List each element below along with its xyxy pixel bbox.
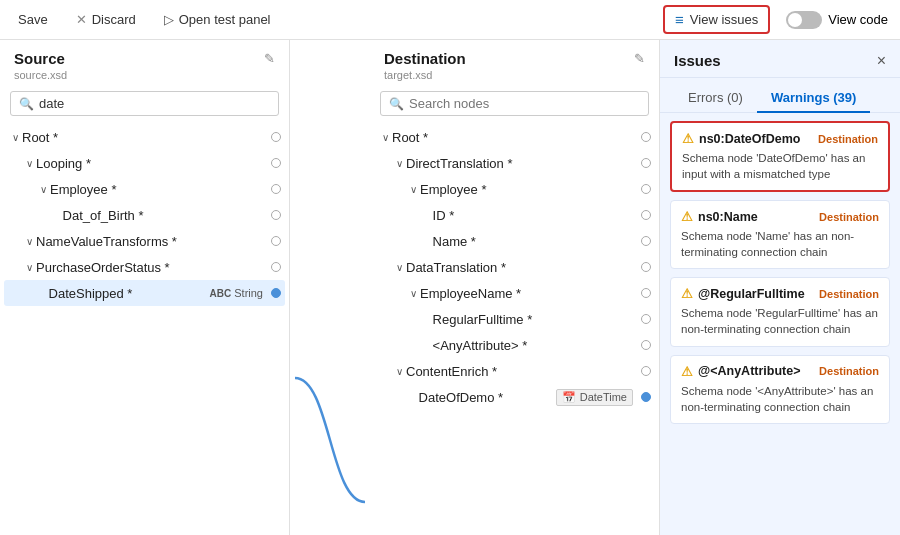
source-header: Source ✎: [0, 40, 289, 69]
chevron-icon: [424, 236, 430, 247]
connection-dot[interactable]: [271, 236, 281, 246]
connection-dot[interactable]: [641, 132, 651, 142]
connection-dot[interactable]: [641, 210, 651, 220]
destination-badge: Destination: [819, 365, 879, 377]
source-tree: ∨ Root * ∨ Looping * ∨ Employee *: [0, 124, 289, 535]
source-tree-item-purchaseorder[interactable]: ∨ PurchaseOrderStatus *: [4, 254, 285, 280]
connection-dot[interactable]: [641, 158, 651, 168]
dest-tree-item-employee[interactable]: ∨ Employee *: [374, 176, 655, 202]
dest-search-icon: 🔍: [389, 97, 404, 111]
item-label: ID *: [433, 208, 641, 223]
item-label: Dat_of_Birth *: [63, 208, 271, 223]
source-tree-item-namevalue[interactable]: ∨ NameValueTransforms *: [4, 228, 285, 254]
dest-title: Destination: [384, 50, 466, 67]
connection-dot[interactable]: [271, 158, 281, 168]
source-edit-icon[interactable]: ✎: [264, 51, 275, 66]
connection-dot[interactable]: [641, 262, 651, 272]
source-tree-item-dat-of-birth[interactable]: Dat_of_Birth *: [4, 202, 285, 228]
connection-dot[interactable]: [641, 366, 651, 376]
dest-tree-item-regularfulltime[interactable]: RegularFulltime *: [374, 306, 655, 332]
issues-panel: Issues × Errors (0) Warnings (39) ⚠ ns0:…: [660, 40, 900, 535]
item-label: DateOfDemo *: [419, 390, 556, 405]
chevron-icon: [424, 210, 430, 221]
connection-dot[interactable]: [271, 132, 281, 142]
chevron-icon: ∨: [26, 158, 33, 169]
discard-button[interactable]: ✕ Discard: [70, 8, 142, 31]
source-tree-item-employee[interactable]: ∨ Employee *: [4, 176, 285, 202]
connection-dot[interactable]: [271, 288, 281, 298]
play-icon: ▷: [164, 12, 174, 27]
tab-errors[interactable]: Errors (0): [674, 84, 757, 113]
type-label: DateTime: [580, 391, 627, 403]
dest-tree-item-directtranslation[interactable]: ∨ DirectTranslation *: [374, 150, 655, 176]
open-test-panel-label: Open test panel: [179, 12, 271, 27]
issue-header-anyattribute: ⚠ @<AnyAttribute> Destination: [681, 364, 879, 379]
dest-tree-item-dateofdemo[interactable]: DateOfDemo * 📅 DateTime: [374, 384, 655, 410]
item-label: DateShipped *: [49, 286, 210, 301]
item-label: EmployeeName *: [420, 286, 641, 301]
chevron-icon: [424, 314, 430, 325]
toolbar: Save ✕ Discard ▷ Open test panel ≡ View …: [0, 0, 900, 40]
view-issues-button[interactable]: ≡ View issues: [663, 5, 770, 34]
dest-tree-item-id[interactable]: ID *: [374, 202, 655, 228]
destination-panel: Destination ✎ target.xsd 🔍 ∨ Root * ∨ Di…: [370, 40, 660, 535]
issue-name-label: @<AnyAttribute>: [698, 364, 800, 378]
dest-edit-icon[interactable]: ✎: [634, 51, 645, 66]
destination-badge: Destination: [819, 211, 879, 223]
item-label: Name *: [433, 234, 641, 249]
dest-search-input[interactable]: [409, 96, 640, 111]
issue-card-dateofdemo: ⚠ ns0:DateOfDemo Destination Schema node…: [670, 121, 890, 192]
source-tree-item-root[interactable]: ∨ Root *: [4, 124, 285, 150]
item-label: Employee *: [420, 182, 641, 197]
item-label: RegularFulltime *: [433, 312, 641, 327]
destination-tree: ∨ Root * ∨ DirectTranslation * ∨ Employe…: [370, 124, 659, 535]
tab-warnings[interactable]: Warnings (39): [757, 84, 870, 113]
dest-tree-item-employeename[interactable]: ∨ EmployeeName *: [374, 280, 655, 306]
datetime-type-badge: 📅 DateTime: [556, 389, 633, 406]
dest-search-box[interactable]: 🔍: [380, 91, 649, 116]
issues-header: Issues ×: [660, 40, 900, 78]
chevron-icon: ∨: [12, 132, 19, 143]
connection-dot[interactable]: [641, 236, 651, 246]
issue-name-label: @RegularFulltime: [698, 287, 805, 301]
connection-dot[interactable]: [271, 184, 281, 194]
issues-list: ⚠ ns0:DateOfDemo Destination Schema node…: [660, 113, 900, 535]
item-label: ContentEnrich *: [406, 364, 641, 379]
source-search-box[interactable]: 🔍: [10, 91, 279, 116]
source-tree-item-looping[interactable]: ∨ Looping *: [4, 150, 285, 176]
connection-dot[interactable]: [641, 340, 651, 350]
item-label: DirectTranslation *: [406, 156, 641, 171]
dest-tree-item-name[interactable]: Name *: [374, 228, 655, 254]
chevron-icon: [424, 340, 430, 351]
issue-header-dateofdemo: ⚠ ns0:DateOfDemo Destination: [682, 131, 878, 146]
source-tree-item-dateshipped[interactable]: DateShipped * ABC String: [4, 280, 285, 306]
item-label: DataTranslation *: [406, 260, 641, 275]
save-button[interactable]: Save: [12, 8, 54, 31]
open-test-panel-button[interactable]: ▷ Open test panel: [158, 8, 277, 31]
issue-name-label: ns0:Name: [698, 210, 758, 224]
dest-tree-item-root[interactable]: ∨ Root *: [374, 124, 655, 150]
issues-tabs: Errors (0) Warnings (39): [660, 78, 900, 113]
source-search-input[interactable]: [39, 96, 270, 111]
warning-icon: ⚠: [681, 286, 693, 301]
connection-dot[interactable]: [271, 262, 281, 272]
toggle-thumb: [788, 13, 802, 27]
connection-dot[interactable]: [271, 210, 281, 220]
issues-icon: ≡: [675, 11, 684, 28]
dest-tree-item-contentenrich[interactable]: ∨ ContentEnrich *: [374, 358, 655, 384]
connection-dot[interactable]: [641, 288, 651, 298]
discard-icon: ✕: [76, 12, 87, 27]
view-code-toggle[interactable]: View code: [786, 11, 888, 29]
connection-dot[interactable]: [641, 314, 651, 324]
connection-dot[interactable]: [641, 184, 651, 194]
view-code-label: View code: [828, 12, 888, 27]
chevron-icon: [410, 392, 416, 403]
destination-badge: Destination: [818, 133, 878, 145]
warnings-tab-label: Warnings (39): [771, 90, 856, 105]
dest-tree-item-anyattribute[interactable]: <AnyAttribute> *: [374, 332, 655, 358]
source-panel: Source ✎ source.xsd 🔍 ∨ Root * ∨ Looping…: [0, 40, 290, 535]
dest-tree-item-datatranslation[interactable]: ∨ DataTranslation *: [374, 254, 655, 280]
chevron-icon: ∨: [382, 132, 389, 143]
issues-close-button[interactable]: ×: [877, 53, 886, 69]
connection-dot[interactable]: [641, 392, 651, 402]
